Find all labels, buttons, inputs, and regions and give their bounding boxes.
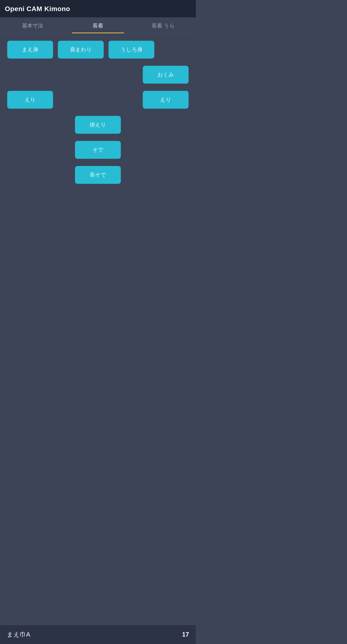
tab-bar: 基本寸法 長着 長着 うら — [0, 17, 196, 34]
tab-nagagi[interactable]: 長着 — [65, 17, 131, 33]
tab-nagagi-ura[interactable]: 長着 うら — [130, 17, 196, 33]
nagasode-button[interactable]: 長そで — [75, 166, 121, 184]
button-row-2: おくみ — [7, 66, 189, 84]
tab-kihon[interactable]: 基本寸法 — [0, 17, 65, 33]
button-row-4: 掛えり — [7, 116, 189, 134]
app-header: Openi CAM Kimono — [0, 0, 196, 17]
maemishi-button[interactable]: まえ身 — [7, 41, 53, 58]
eri-left-button[interactable]: えり — [7, 91, 53, 109]
sode-button[interactable]: そで — [75, 141, 121, 159]
okumi-button[interactable]: おくみ — [143, 66, 189, 84]
eri-right-button[interactable]: えり — [143, 91, 189, 109]
button-row-3: えり えり — [7, 91, 189, 109]
kakeri-button[interactable]: 掛えり — [75, 116, 121, 134]
button-row-1: まえ身 肩まわり うしろ身 — [7, 41, 189, 58]
button-row-5: そで — [7, 141, 189, 159]
app-title: Openi CAM Kimono — [5, 5, 70, 13]
ushiromishi-button[interactable]: うしろ身 — [109, 41, 154, 58]
content-area: まえ身 肩まわり うしろ身 おくみ えり えり 掛えり そで 長そで — [0, 34, 196, 347]
button-row-6: 長そで — [7, 166, 189, 184]
katamawari-button[interactable]: 肩まわり — [58, 41, 104, 58]
